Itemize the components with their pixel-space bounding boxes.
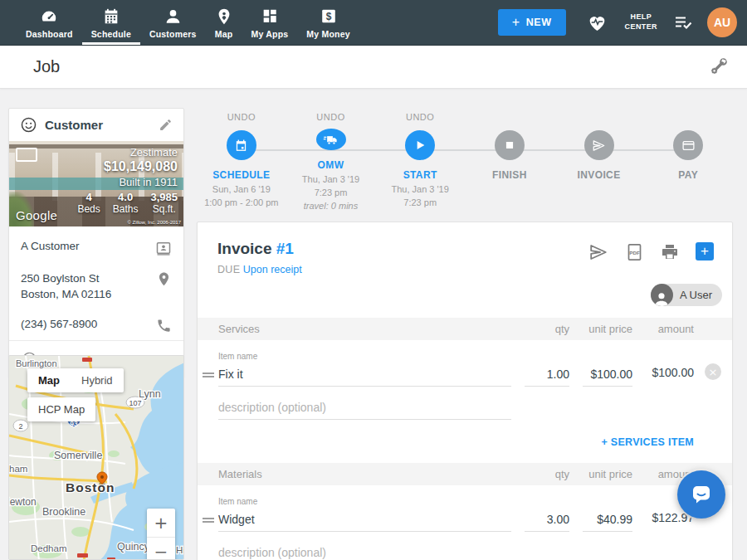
invoice-number[interactable]: #1: [276, 240, 294, 257]
step-date-line: Sun, Jan 6 '19: [204, 183, 278, 197]
map-label-quincy: Quincy: [117, 541, 150, 553]
start-step-button[interactable]: [405, 130, 435, 160]
step-dates: Thu, Jan 3 '19 7:23 pm travel: 0 mins: [302, 173, 359, 213]
dollar-icon: $: [320, 7, 338, 26]
help-line2: CENTER: [625, 22, 657, 32]
services-header-label: Services: [218, 323, 511, 335]
add-service-item-link[interactable]: + SERVICES ITEM: [601, 436, 694, 448]
invoice-card: Invoice #1 DUE Upon receipt PDF: [197, 222, 733, 560]
user-avatar[interactable]: AU: [707, 7, 737, 37]
undo-start-button[interactable]: UNDO: [406, 112, 434, 124]
customer-name-row: A Customer: [9, 231, 183, 263]
material-item-name-input[interactable]: [218, 510, 511, 532]
nav-item-customers[interactable]: Customers: [140, 0, 206, 45]
zoom-in-button[interactable]: +: [147, 509, 175, 537]
job-settings-icon[interactable]: [707, 56, 729, 78]
send-invoice-icon[interactable]: [588, 242, 608, 262]
person-icon: [164, 7, 183, 26]
google-watermark: Google: [16, 208, 57, 222]
built-year: Built in 1911: [77, 176, 178, 188]
drag-handle-icon[interactable]: [203, 371, 214, 379]
checklist-icon[interactable]: [672, 12, 694, 32]
invoice-due: DUE Upon receipt: [217, 264, 302, 275]
sqft-value: 3,985: [150, 191, 178, 203]
print-icon[interactable]: [660, 242, 680, 262]
zoom-out-button[interactable]: −: [147, 537, 175, 560]
help-center-link[interactable]: HELP CENTER: [625, 12, 657, 32]
invoice-step-button[interactable]: [584, 130, 614, 160]
qty-column-header: qty: [511, 468, 569, 480]
map-type-hybrid-button[interactable]: Hybrid: [71, 368, 124, 392]
assignee-avatar: [651, 284, 673, 306]
map-type-map-button[interactable]: Map: [27, 368, 71, 392]
material-description-input[interactable]: [218, 543, 511, 560]
customer-name: A Customer: [21, 240, 80, 252]
nav-item-map[interactable]: Map: [206, 0, 242, 45]
pay-step-button[interactable]: [673, 130, 703, 160]
service-unit-price-input[interactable]: [583, 365, 632, 387]
sqft-label: Sq.ft.: [150, 203, 178, 215]
map-label-burlington: Burlington: [16, 358, 57, 368]
phone-icon[interactable]: [156, 318, 172, 334]
svg-text:$: $: [325, 11, 331, 22]
nav-item-my-apps[interactable]: My Apps: [242, 0, 298, 45]
chat-launcher-button[interactable]: [677, 470, 725, 519]
nav-item-my-money[interactable]: $ My Money: [297, 0, 359, 45]
new-button-label: NEW: [526, 17, 552, 28]
due-value-link[interactable]: Upon receipt: [243, 264, 302, 275]
omw-step-button[interactable]: [316, 129, 346, 150]
edit-pencil-icon[interactable]: [159, 118, 173, 132]
nav-label: Customers: [149, 29, 197, 39]
health-heart-icon[interactable]: [586, 12, 608, 33]
nav-item-dashboard[interactable]: Dashboard: [17, 0, 82, 45]
assignee-row: A User: [198, 275, 732, 318]
property-stats: 4Beds 4.0Baths 3,985Sq.ft.: [77, 191, 178, 215]
customer-face-icon: [20, 116, 37, 134]
customer-phone: (234) 567-8900: [21, 318, 97, 330]
pdf-icon[interactable]: PDF: [624, 242, 644, 262]
step-date-line: Thu, Jan 3 '19: [302, 173, 359, 187]
add-service-row: + SERVICES ITEM: [198, 420, 732, 463]
add-invoice-button[interactable]: +: [696, 242, 714, 261]
hcp-map-button[interactable]: HCP Map: [27, 397, 95, 421]
plus-icon: +: [701, 243, 709, 260]
material-unit-price-input[interactable]: [583, 510, 632, 532]
svg-text:PDF: PDF: [629, 250, 640, 256]
step-label: FINISH: [492, 169, 527, 181]
avatar-initials: AU: [714, 16, 730, 29]
chat-bubble-icon: [690, 483, 713, 506]
schedule-step-button[interactable]: [227, 130, 256, 160]
service-item-name-input[interactable]: [218, 365, 511, 387]
nav-label: Map: [215, 29, 233, 39]
amount-column-header: amount: [632, 323, 694, 335]
map-label-boston: Boston: [66, 480, 115, 494]
step-time-line: 1:00 pm - 2:00 pm: [204, 197, 278, 210]
service-qty-input[interactable]: [525, 365, 569, 387]
remove-item-button[interactable]: ×: [705, 363, 721, 380]
streetview-toggle-icon[interactable]: [16, 148, 37, 162]
drag-handle-icon[interactable]: [203, 516, 214, 524]
invoice-title-text: Invoice: [217, 240, 271, 257]
location-pin-icon[interactable]: [156, 271, 172, 287]
service-description-row: [198, 398, 732, 420]
material-qty-input[interactable]: [525, 510, 569, 532]
new-button[interactable]: + NEW: [498, 9, 566, 36]
map-label-lynn: Lynn: [139, 388, 161, 400]
service-description-input[interactable]: [218, 398, 511, 420]
map-widget[interactable]: 107 2 93 Burlington Lynn Somerville ham …: [8, 355, 184, 560]
undo-schedule-button[interactable]: UNDO: [227, 112, 256, 124]
finish-step-button[interactable]: [495, 130, 525, 160]
truck-icon: [323, 132, 339, 148]
assignee-name: A User: [680, 289, 712, 301]
nav-item-schedule[interactable]: Schedule: [82, 0, 140, 45]
property-photo[interactable]: Zestimate $10,149,080 Built in 1911 4Bed…: [9, 141, 183, 226]
undo-omw-button[interactable]: UNDO: [316, 112, 344, 122]
customer-card-title: Customer: [45, 118, 103, 132]
assignee-chip[interactable]: A User: [651, 284, 722, 306]
service-amount: $100.00: [632, 366, 694, 387]
nav-label: My Apps: [251, 29, 289, 39]
main-content: UNDO SCHEDULE Sun, Jan 6 '19 1:00 pm - 2…: [197, 112, 733, 560]
nav-label: My Money: [306, 29, 349, 39]
contact-card-icon[interactable]: [155, 240, 172, 256]
step-dates: Sun, Jan 6 '19 1:00 pm - 2:00 pm: [204, 183, 278, 210]
